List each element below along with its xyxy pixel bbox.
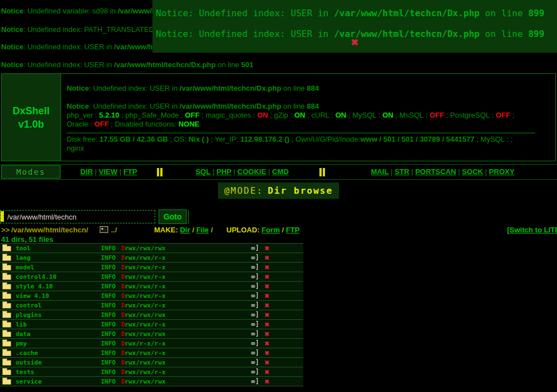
mode-link-ftp[interactable]: FTP — [123, 167, 137, 176]
mode-link-cookie[interactable]: COOKIE — [238, 167, 266, 176]
file-name-link[interactable]: tests — [16, 368, 34, 376]
file-name-link[interactable]: outside — [16, 359, 41, 366]
mode-link-proxy[interactable]: PROXY — [489, 167, 515, 176]
info-link[interactable]: INFO — [101, 254, 116, 262]
file-name-link[interactable]: plugins — [16, 311, 41, 319]
mode-link-mail[interactable]: MAIL — [371, 167, 389, 176]
folder-icon[interactable] — [2, 246, 11, 251]
delete-icon[interactable]: ✖ — [264, 282, 269, 291]
delete-icon[interactable]: ✖ — [264, 291, 269, 300]
folder-icon[interactable] — [2, 341, 11, 347]
mode-link-cmd[interactable]: CMD — [272, 167, 289, 176]
broken-image-icon[interactable]: ∞] — [251, 320, 259, 328]
delete-icon[interactable]: ✖ — [264, 253, 269, 262]
file-name-link[interactable]: service — [16, 378, 41, 385]
file-name-link[interactable]: model — [16, 264, 34, 271]
mode-link-php[interactable]: PHP — [216, 167, 231, 176]
folder-icon[interactable] — [2, 284, 11, 290]
delete-icon[interactable]: ✖ — [264, 301, 269, 310]
dir-stats: 41 dirs, 51 files — [1, 235, 53, 244]
delete-icon[interactable]: ✖ — [264, 367, 269, 376]
file-name-link[interactable]: tool — [16, 245, 31, 252]
file-name-link[interactable]: control — [16, 302, 41, 309]
folder-icon[interactable] — [2, 255, 11, 261]
mode-link-view[interactable]: VIEW — [99, 167, 117, 176]
broken-image-icon[interactable]: ∞] — [251, 330, 259, 338]
file-name-link[interactable]: view 4.10 — [16, 292, 49, 300]
upload-form-link[interactable]: Form — [262, 226, 280, 234]
info-link[interactable]: INFO — [101, 321, 116, 328]
make-file-link[interactable]: File — [196, 226, 208, 234]
folder-icon[interactable] — [2, 312, 11, 318]
mode-link-dir[interactable]: DIR — [80, 167, 92, 176]
folder-icon[interactable] — [2, 332, 11, 337]
folder-icon[interactable] — [2, 379, 11, 385]
folder-icon[interactable] — [2, 265, 11, 270]
info-link[interactable]: INFO — [101, 283, 116, 290]
make-dir-link[interactable]: Dir — [180, 226, 190, 234]
folder-icon[interactable] — [2, 360, 11, 366]
permissions: Drwx/rwx/r-x — [121, 254, 165, 262]
delete-icon[interactable]: ✖ — [264, 244, 269, 253]
broken-image-icon[interactable]: ∞] — [251, 282, 259, 290]
folder-icon[interactable] — [2, 370, 11, 375]
info-link[interactable]: INFO — [101, 368, 116, 376]
delete-icon[interactable]: ✖ — [264, 320, 269, 329]
file-name-link[interactable]: data — [16, 330, 31, 338]
info-link[interactable]: INFO — [101, 273, 116, 281]
mode-link-sql[interactable]: SQL — [196, 167, 211, 176]
file-name-link[interactable]: control4.10 — [16, 273, 57, 281]
folder-icon[interactable] — [2, 274, 11, 280]
path-input[interactable] — [0, 210, 155, 223]
file-name-link[interactable]: lib — [16, 321, 27, 328]
broken-image-icon[interactable]: ∞] — [251, 358, 259, 366]
folder-icon[interactable] — [2, 322, 11, 328]
broken-image-icon[interactable]: ∞] — [251, 339, 259, 347]
info-link[interactable]: INFO — [101, 330, 116, 338]
folder-icon[interactable] — [2, 293, 11, 299]
info-link[interactable]: INFO — [101, 264, 116, 271]
file-name-link[interactable]: .cache — [16, 349, 38, 357]
broken-image-icon[interactable]: ∞] — [251, 292, 259, 300]
mode-link-sock[interactable]: SOCK — [462, 167, 483, 176]
delete-icon[interactable]: ✖ — [264, 310, 269, 319]
delete-icon[interactable]: ✖ — [264, 329, 269, 338]
delete-icon[interactable]: ✖ — [264, 272, 269, 281]
file-name-link[interactable]: style 4.10 — [16, 283, 53, 290]
broken-image-icon[interactable]: ∞] — [251, 273, 259, 281]
permissions: Drwx/rwx/r-x — [121, 273, 165, 281]
broken-image-icon[interactable]: ∞] — [251, 377, 259, 385]
broken-image-icon[interactable]: ∞] — [251, 349, 259, 357]
info-link[interactable]: INFO — [101, 359, 116, 366]
file-name-link[interactable]: lang — [16, 254, 31, 262]
perm-type: D — [121, 330, 125, 338]
mode-link-str[interactable]: STR — [394, 167, 409, 176]
goto-button[interactable]: Goto — [159, 209, 187, 224]
info-link[interactable]: INFO — [101, 302, 116, 309]
info-link[interactable]: INFO — [101, 311, 116, 319]
broken-image-icon[interactable]: ∞] — [251, 368, 259, 376]
info-link[interactable]: INFO — [101, 340, 116, 347]
broken-image-icon[interactable]: ∞] — [251, 244, 259, 252]
folder-icon[interactable] — [2, 303, 11, 309]
broken-image-icon[interactable]: ∞] — [251, 311, 259, 319]
delete-icon[interactable]: ✖ — [264, 263, 269, 272]
mode-link-portscan[interactable]: PORTSCAN — [415, 167, 456, 176]
info-link[interactable]: INFO — [101, 245, 116, 252]
upload-ftp-link[interactable]: FTP — [286, 226, 300, 234]
delete-icon[interactable]: ✖ — [264, 339, 269, 348]
info-link[interactable]: INFO — [101, 292, 116, 300]
info-link[interactable]: INFO — [101, 349, 116, 357]
up-directory-link[interactable]: ../ — [111, 226, 117, 234]
delete-icon[interactable]: ✖ — [264, 358, 269, 367]
folder-icon[interactable] — [2, 351, 11, 356]
delete-icon[interactable]: ✖ — [264, 377, 269, 386]
info-link[interactable]: INFO — [101, 378, 116, 385]
broken-image-icon[interactable]: ∞] — [251, 254, 259, 262]
dxshell-page: { "colors": { "background": "#000000", "… — [0, 0, 557, 392]
switch-to-lite-link[interactable]: [Switch to LITE] — [507, 226, 557, 234]
file-name-link[interactable]: pmy — [16, 340, 27, 347]
delete-icon[interactable]: ✖ — [264, 348, 269, 357]
broken-image-icon[interactable]: ∞] — [251, 263, 259, 271]
broken-image-icon[interactable]: ∞] — [251, 301, 259, 309]
